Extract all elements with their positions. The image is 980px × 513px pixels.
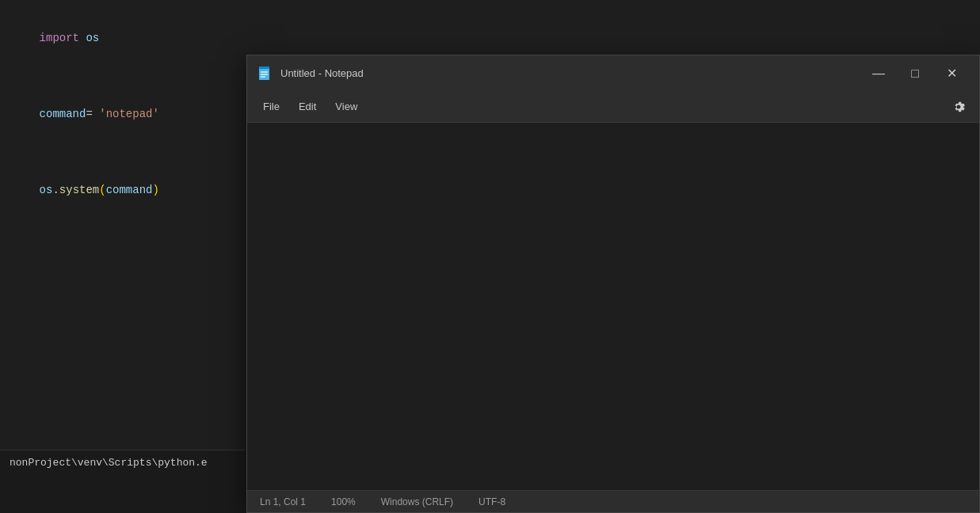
status-bar: Ln 1, Col 1 100% Windows (CRLF) UTF-8 bbox=[247, 490, 979, 512]
code-line-5: os.system(command) bbox=[13, 162, 233, 218]
notepad-window: Untitled - Notepad — □ ✕ File Edit View … bbox=[246, 55, 980, 513]
open-paren: ( bbox=[99, 184, 105, 196]
minimize-button[interactable]: — bbox=[860, 55, 897, 91]
equal-sign: = bbox=[86, 108, 92, 120]
var-command: command bbox=[40, 108, 86, 120]
arg-command: command bbox=[106, 184, 153, 196]
cursor-position: Ln 1, Col 1 bbox=[260, 496, 306, 507]
module-os: os bbox=[79, 32, 99, 44]
close-button[interactable]: ✕ bbox=[933, 55, 970, 91]
keyword-import: import bbox=[40, 32, 79, 44]
obj-os: os bbox=[40, 184, 53, 196]
zoom-level: 100% bbox=[331, 496, 356, 507]
text-editor-area[interactable] bbox=[247, 123, 979, 490]
window-controls: — □ ✕ bbox=[860, 55, 970, 91]
settings-button[interactable] bbox=[944, 93, 973, 121]
title-bar: Untitled - Notepad — □ ✕ bbox=[247, 55, 979, 91]
menu-edit[interactable]: Edit bbox=[289, 97, 326, 116]
code-line-3: command= 'notepad' bbox=[13, 86, 233, 142]
window-title: Untitled - Notepad bbox=[280, 67, 860, 79]
line-ending: Windows (CRLF) bbox=[381, 496, 453, 507]
dot-separator: . bbox=[52, 184, 59, 196]
terminal-text: nonProject\venv\Scripts\python.e bbox=[10, 457, 236, 469]
gear-icon bbox=[951, 100, 966, 114]
notepad-app-icon bbox=[257, 66, 273, 82]
code-editor: import os command= 'notepad' os.system(c… bbox=[0, 0, 246, 513]
code-line-1: import os bbox=[13, 10, 233, 66]
func-system: system bbox=[59, 184, 99, 196]
terminal-panel: nonProject\venv\Scripts\python.e bbox=[0, 450, 246, 513]
string-notepad: 'notepad' bbox=[93, 108, 159, 120]
code-line-2 bbox=[13, 66, 233, 86]
close-paren: ) bbox=[152, 184, 158, 196]
svg-rect-1 bbox=[259, 66, 269, 69]
maximize-button[interactable]: □ bbox=[897, 55, 933, 91]
encoding: UTF-8 bbox=[479, 496, 505, 507]
menu-bar: File Edit View bbox=[247, 91, 979, 123]
menu-view[interactable]: View bbox=[326, 97, 367, 116]
menu-file[interactable]: File bbox=[254, 97, 289, 116]
code-line-4 bbox=[13, 142, 233, 162]
